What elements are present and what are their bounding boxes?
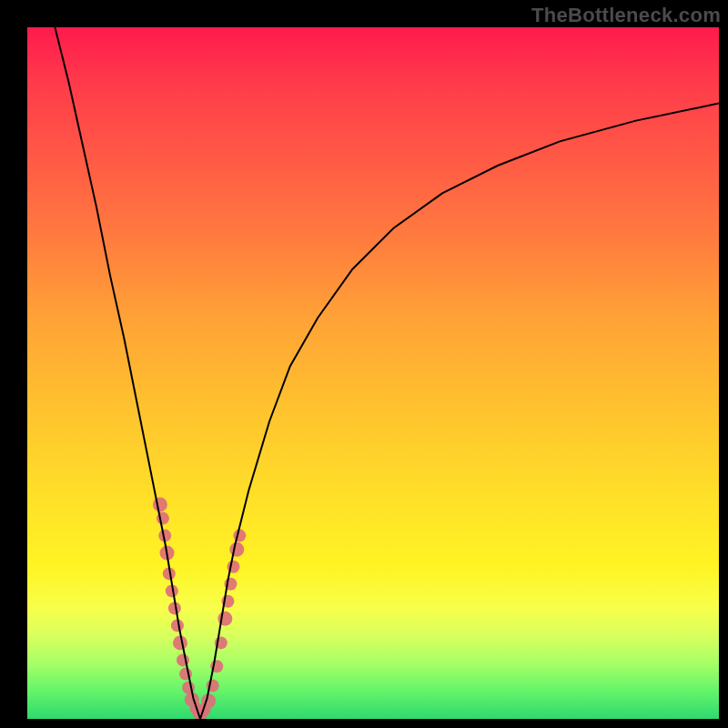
data-spot bbox=[173, 635, 187, 650]
watermark-text: TheBottleneck.com bbox=[531, 4, 721, 27]
chart-frame: TheBottleneck.com bbox=[0, 0, 728, 728]
data-spot bbox=[233, 530, 246, 542]
data-spot bbox=[229, 542, 244, 557]
bottleneck-curve-left bbox=[55, 27, 200, 719]
chart-svg bbox=[27, 27, 719, 719]
plot-area bbox=[27, 27, 719, 719]
data-spot bbox=[153, 497, 167, 511]
bottleneck-curve-right bbox=[200, 104, 719, 719]
spots-group bbox=[153, 497, 246, 719]
